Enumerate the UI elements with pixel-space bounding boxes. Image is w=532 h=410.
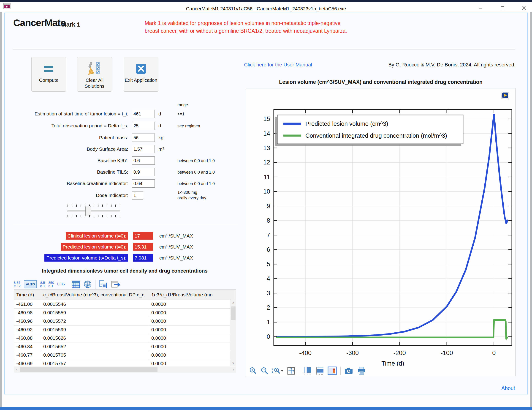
precision-sphere-icon bbox=[83, 280, 92, 288]
scroll-down-icon[interactable]: ∨ bbox=[230, 360, 236, 366]
table-view-button[interactable] bbox=[71, 280, 80, 288]
snapshot-button[interactable] bbox=[344, 367, 353, 375]
y-tick-label: 10 bbox=[263, 188, 270, 195]
col-header-cd1[interactable]: 1e3*c_d1/BreastVolume (mo bbox=[149, 290, 224, 300]
predicted-ts-value[interactable]: 7.981 bbox=[133, 254, 153, 262]
x-axis-label: Time (d) bbox=[381, 360, 404, 366]
tils-input[interactable] bbox=[132, 168, 155, 176]
format-engineering2-button[interactable]: 850 e-1 bbox=[48, 281, 54, 288]
creatinine-range: between 0.0 and 1.0 bbox=[177, 181, 215, 186]
dose-slider[interactable] bbox=[67, 205, 120, 218]
zoom-extents-icon bbox=[287, 367, 295, 375]
format-auto-button[interactable]: AUTO bbox=[24, 280, 37, 288]
ki67-label: Baseline Ki67: bbox=[9, 158, 132, 163]
table-row[interactable]: -460.840.00156520.0000 bbox=[14, 342, 236, 351]
format-scientific-button[interactable]: 8.85 e-12 bbox=[14, 281, 21, 288]
table-row[interactable]: -460.770.00157050.0000 bbox=[14, 351, 236, 359]
app-name: CancerMate bbox=[13, 17, 66, 29]
table-row[interactable]: -460.960.00155720.0000 bbox=[14, 317, 236, 325]
scroll-right-icon[interactable]: › bbox=[230, 366, 236, 373]
slider-handle[interactable] bbox=[86, 206, 91, 216]
table-cell: -460.77 bbox=[14, 351, 41, 359]
start-time-input[interactable] bbox=[132, 110, 155, 118]
patient-mass-input[interactable] bbox=[132, 134, 155, 142]
zoom-in-icon bbox=[249, 367, 257, 375]
observation-period-input[interactable] bbox=[132, 122, 155, 130]
zoom-out-button[interactable] bbox=[260, 367, 268, 375]
table-cell: 0.0015546 bbox=[41, 300, 149, 308]
comsol-plot-icon[interactable] bbox=[500, 90, 511, 101]
y-tick-label: 4 bbox=[267, 275, 270, 282]
y-tick-label: 0 bbox=[267, 333, 270, 340]
dose-indicator-input[interactable] bbox=[132, 191, 143, 199]
exit-application-button[interactable]: Exit Application bbox=[124, 57, 158, 92]
export-table-button[interactable] bbox=[111, 280, 121, 288]
close-button[interactable] bbox=[519, 5, 529, 11]
series-line bbox=[276, 115, 507, 337]
table-row[interactable]: -460.920.00155990.0000 bbox=[14, 325, 236, 334]
table-cell: 0.0015652 bbox=[41, 342, 149, 351]
creatinine-input[interactable] bbox=[132, 179, 155, 188]
scroll-up-icon[interactable]: ∧ bbox=[230, 300, 236, 306]
y-tick-label: 12 bbox=[263, 159, 270, 166]
vertical-scroll-thumb[interactable] bbox=[231, 306, 236, 320]
y-tick-label: 3 bbox=[267, 290, 270, 297]
x-axis-log-button[interactable] bbox=[303, 367, 312, 375]
compute-equals-icon bbox=[42, 60, 55, 77]
x-tick-label: -400 bbox=[299, 350, 312, 356]
dose-indicator-label: Dose Indicator: bbox=[9, 193, 132, 198]
clinical-volume-unit: cm³ /SUV_MAX bbox=[159, 233, 193, 239]
table-cell: 0.0000 bbox=[149, 317, 224, 325]
bsa-input[interactable] bbox=[132, 145, 155, 153]
table-row[interactable]: -460.880.00156260.0000 bbox=[14, 334, 236, 342]
predicted-t0-value[interactable]: 15.31 bbox=[133, 243, 153, 251]
plot-window-settings-button[interactable] bbox=[328, 366, 337, 375]
window-title: CancerMateM1 240311v1aC56 - CancerMateM1… bbox=[0, 6, 532, 11]
ki67-input[interactable] bbox=[132, 156, 155, 165]
clinical-volume-value[interactable]: 17 bbox=[133, 232, 153, 240]
toolbar-separator bbox=[68, 280, 68, 289]
form-row-bsa: Body Surface Area: m² bbox=[9, 145, 164, 154]
plot-svg[interactable]: -400-300-200-10000123456789101112131415T… bbox=[249, 100, 514, 366]
scroll-left-icon[interactable]: ‹ bbox=[14, 366, 20, 373]
table-row[interactable]: -461.000.00155460.0000 bbox=[14, 300, 236, 309]
exit-x-icon bbox=[135, 60, 147, 77]
y-tick-label: 5 bbox=[267, 261, 270, 268]
y-log-grid-icon bbox=[315, 367, 324, 375]
y-tick-label: 11 bbox=[264, 174, 270, 180]
format-decimal-button[interactable]: 0.85 bbox=[57, 283, 65, 286]
result-row-clinical: Clinical lesion volume (t=0): 17 cm³ /SU… bbox=[9, 232, 193, 240]
table-cell: 0.0015572 bbox=[41, 317, 149, 325]
compute-button[interactable]: Compute bbox=[31, 57, 66, 92]
x-log-grid-icon bbox=[303, 367, 312, 375]
y-axis-log-button[interactable] bbox=[315, 367, 324, 375]
table-horizontal-scrollbar[interactable]: ‹ › bbox=[14, 366, 236, 373]
slider-track[interactable] bbox=[67, 210, 120, 212]
start-time-range: >=1 bbox=[177, 111, 184, 117]
table-cell: 0.0015559 bbox=[41, 309, 149, 317]
full-precision-button[interactable] bbox=[83, 280, 92, 288]
col-header-cc[interactable]: c_c/BreastVolume (cm^3), conventional DP… bbox=[41, 290, 149, 300]
table-cell: 0.0000 bbox=[149, 342, 224, 351]
clear-all-solutions-button[interactable]: Clear All Solutions bbox=[77, 57, 112, 92]
print-button[interactable] bbox=[357, 367, 366, 375]
zoom-box-button[interactable] bbox=[272, 367, 283, 375]
about-link[interactable]: About bbox=[485, 385, 515, 391]
start-time-label: Estimation of start time of tumor lesion… bbox=[9, 111, 132, 117]
horizontal-scroll-thumb[interactable] bbox=[20, 367, 158, 372]
user-manual-link[interactable]: Click here for the User Manual bbox=[244, 62, 312, 68]
toolbar-separator bbox=[299, 367, 299, 375]
slider-ticks-top bbox=[67, 205, 120, 207]
form-row-observation-period: Total observation period = Delta t_s: d bbox=[9, 121, 161, 130]
minimize-button[interactable] bbox=[475, 5, 486, 11]
col-header-time[interactable]: Time (d) bbox=[14, 290, 41, 300]
form-row-start-time: Estimation of start time of tumor lesion… bbox=[9, 109, 161, 118]
result-row-predicted-ts: Predicted lesion volume (t=Delta t_s): 7… bbox=[9, 254, 193, 262]
table-row[interactable]: -460.980.00155590.0000 bbox=[14, 309, 236, 317]
zoom-extents-button[interactable] bbox=[287, 367, 295, 375]
copy-table-button[interactable] bbox=[99, 280, 108, 289]
maximize-button[interactable] bbox=[497, 5, 508, 11]
table-vertical-scrollbar[interactable]: ∧ ∨ bbox=[230, 300, 236, 366]
zoom-in-button[interactable] bbox=[249, 367, 257, 375]
format-engineering-button[interactable]: 8.5 e-1 bbox=[40, 281, 45, 288]
